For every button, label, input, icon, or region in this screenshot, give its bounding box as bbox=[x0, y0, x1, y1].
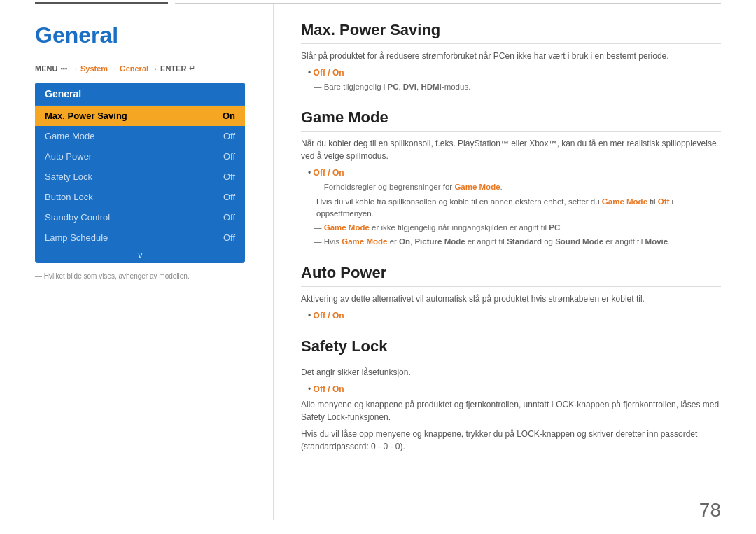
left-panel: General MENU ▪▪▪ → System → General → EN… bbox=[35, 14, 252, 281]
pc-label: PC bbox=[387, 83, 398, 91]
top-accent-line bbox=[35, 2, 168, 4]
menu-item-standby-control[interactable]: Standby Control Off bbox=[35, 207, 245, 227]
menu-item-label: Button Lock bbox=[45, 192, 93, 202]
dash-note-gm2: Game Mode er ikke tilgjengelig når innga… bbox=[308, 222, 721, 234]
menu-item-value: Off bbox=[223, 171, 235, 182]
page-title: General bbox=[35, 22, 252, 48]
section-max-power-saving: Max. Power Saving Slår på produktet for … bbox=[301, 21, 721, 93]
menu-item-game-mode[interactable]: Game Mode Off bbox=[35, 126, 245, 146]
menu-chevron-down[interactable]: ∨ bbox=[35, 248, 245, 263]
menu-item-label: Standby Control bbox=[45, 212, 110, 223]
bullet-off-on-gm: Off / On bbox=[308, 167, 721, 179]
off-on-label-sl: Off / On bbox=[314, 384, 344, 394]
game-mode-ref3: Game Mode bbox=[324, 223, 370, 232]
off-on-label-gm: Off / On bbox=[314, 168, 344, 178]
menu-item-safety-lock[interactable]: Safety Lock Off bbox=[35, 167, 245, 187]
game-mode-ref4: Game Mode bbox=[342, 237, 387, 246]
dash-note-gm1: Forholdsregler og begrensninger for Game… bbox=[308, 181, 721, 193]
section-desc-auto-power: Aktivering av dette alternativet vil aut… bbox=[301, 293, 721, 305]
menu-item-label: Max. Power Saving bbox=[45, 111, 127, 121]
off-ref: Off bbox=[658, 197, 670, 206]
game-mode-ref2: Game Mode bbox=[602, 197, 648, 206]
vertical-divider bbox=[273, 4, 274, 520]
right-panel: Max. Power Saving Slår på produktet for … bbox=[301, 21, 721, 468]
section-note-safety-lock1: Alle menyene og knappene på produktet og… bbox=[301, 398, 721, 423]
menu-path: MENU ▪▪▪ → System → General → ENTER ↵ bbox=[35, 64, 252, 73]
bullet-off-on-ap: Off / On bbox=[308, 309, 721, 322]
blue-menu-header: General bbox=[35, 83, 245, 106]
system-label: System bbox=[80, 64, 108, 73]
menu-icon: ▪▪▪ bbox=[60, 65, 67, 72]
dash-note-mps: Bare tilgjengelig i PC, DVI, HDMI-modus. bbox=[308, 81, 721, 93]
game-mode-ref1: Game Mode bbox=[454, 183, 500, 191]
section-desc-safety-lock: Det angir sikker låsefunksjon. bbox=[301, 366, 721, 379]
menu-item-value: Off bbox=[223, 131, 235, 141]
off-on-label: Off / On bbox=[314, 68, 344, 78]
menu-item-value: Off bbox=[223, 232, 235, 243]
top-full-line bbox=[175, 3, 721, 4]
menu-item-button-lock[interactable]: Button Lock Off bbox=[35, 187, 245, 207]
bullet-off-on-sl: Off / On bbox=[308, 383, 721, 395]
section-title-safety-lock: Safety Lock bbox=[301, 337, 721, 360]
menu-item-label: Game Mode bbox=[45, 131, 95, 141]
menu-item-label: Safety Lock bbox=[45, 171, 92, 182]
dvi-label: DVI bbox=[403, 83, 416, 91]
section-game-mode: Game Mode Når du kobler deg til en spill… bbox=[301, 108, 721, 248]
section-title-game-mode: Game Mode bbox=[301, 108, 721, 132]
page-number: 78 bbox=[699, 499, 721, 521]
pc-ref: PC bbox=[549, 223, 560, 232]
menu-item-value: Off bbox=[223, 151, 235, 162]
section-note-safety-lock2: Hvis du vil låse opp menyene og knappene… bbox=[301, 428, 721, 453]
general-label: General bbox=[120, 64, 148, 73]
enter-label: ENTER bbox=[160, 64, 186, 73]
menu-item-lamp-schedule[interactable]: Lamp Schedule Off bbox=[35, 227, 245, 248]
footnote: Hvilket bilde som vises, avhenger av mod… bbox=[35, 272, 252, 281]
section-safety-lock: Safety Lock Det angir sikker låsefunksjo… bbox=[301, 337, 721, 453]
menu-item-value: Off bbox=[223, 192, 235, 202]
menu-item-value: On bbox=[223, 111, 235, 121]
menu-label: MENU bbox=[35, 64, 57, 73]
section-desc-game-mode: Når du kobler deg til en spillkonsoll, f… bbox=[301, 137, 721, 162]
menu-item-max-power-saving[interactable]: Max. Power Saving On bbox=[35, 106, 245, 126]
bullet-off-on-mps: Off / On bbox=[308, 66, 721, 79]
dash-note-gm3: Hvis Game Mode er On, Picture Mode er an… bbox=[308, 236, 721, 248]
section-title-auto-power: Auto Power bbox=[301, 264, 721, 287]
menu-item-label: Lamp Schedule bbox=[45, 232, 108, 243]
hdmi-label: HDMI bbox=[421, 83, 441, 91]
menu-item-label: Auto Power bbox=[45, 151, 92, 162]
off-on-label-ap: Off / On bbox=[314, 311, 344, 321]
sub-note-gm1: Hvis du vil koble fra spillkonsollen og … bbox=[316, 196, 721, 220]
lock-bold2: LOCK bbox=[517, 429, 540, 439]
menu-item-auto-power[interactable]: Auto Power Off bbox=[35, 146, 245, 167]
lock-bold: LOCK bbox=[552, 400, 575, 409]
section-title-max-power-saving: Max. Power Saving bbox=[301, 21, 721, 44]
blue-menu: General Max. Power Saving On Game Mode O… bbox=[35, 83, 245, 263]
menu-item-value: Off bbox=[223, 212, 235, 223]
safety-lock-ref: Safety Lock bbox=[301, 412, 345, 422]
section-desc-max-power-saving: Slår på produktet for å redusere strømfo… bbox=[301, 50, 721, 62]
section-auto-power: Auto Power Aktivering av dette alternati… bbox=[301, 264, 721, 322]
enter-icon: ↵ bbox=[189, 64, 195, 73]
